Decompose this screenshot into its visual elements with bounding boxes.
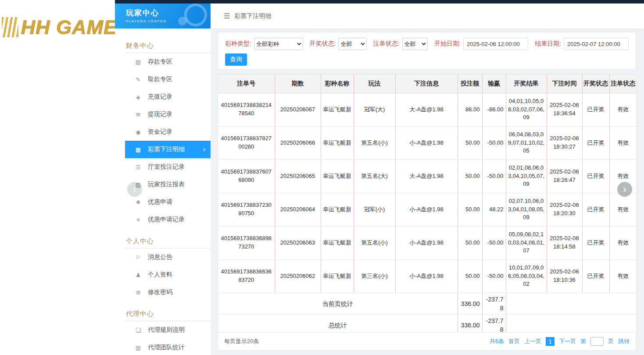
cell-period: 20250206063 [275, 226, 321, 259]
sidebar-item-agent-team-stats[interactable]: ▥代理团队统计 [125, 339, 211, 355]
cell-play-type: 第五名(大) [354, 160, 395, 193]
chevron-left-icon: ‹ [133, 184, 136, 195]
sidebar-item-label: 修改密码 [148, 288, 172, 296]
order-status-label: 注单状态: [373, 40, 400, 48]
sidebar-item-change-password[interactable]: ⚙修改密码 [125, 284, 211, 301]
scroll-left-button[interactable]: ‹ [127, 182, 142, 197]
menu-toggle-icon[interactable]: ☰ [224, 12, 230, 20]
column-header-order-status: 注单状态 [609, 75, 637, 93]
cell-lottery-name: 幸运飞艇新 [321, 193, 354, 226]
sidebar-item-label: 优惠申请记录 [148, 216, 185, 224]
current-page-badge[interactable]: 1 [546, 337, 555, 346]
sidebar-header: 玩家中心 PLAYERS CENTER [115, 4, 211, 28]
pager: 共6条 首页 上一页 1 下一页 第 页 跳转 [490, 337, 630, 346]
main-content: 彩种类型: 全部彩种 开奖状态: 全部 注单状态: 全部 开始日期: 结束日期:… [211, 28, 644, 355]
withdraw-zone-icon: ✎ [135, 76, 142, 83]
cell-win-loss: 48.22 [482, 193, 506, 226]
start-date-input[interactable] [463, 38, 528, 50]
order-status-select[interactable]: 全部 [402, 38, 428, 50]
sidebar-item-lottery-bet-details[interactable]: ▦彩票下注明细› [125, 141, 211, 158]
cell-draw-result: 06,04,08,03,09,07,01,10,02,05 [506, 126, 547, 160]
cell-win-loss: -50.00 [482, 126, 506, 160]
cell-bet-time: 2025-02-06 18:36:54 [547, 93, 582, 126]
sidebar-item-hall-bet-records[interactable]: ☰厅室投注记录 [125, 158, 211, 176]
sidebar-item-withdraw-zone[interactable]: ✎取款专区 [125, 71, 211, 88]
cell-bet-info: 大-A盘@1.98 [395, 93, 458, 126]
column-header-bet-info: 下注信息 [395, 75, 458, 93]
chevron-right-icon: › [623, 184, 626, 195]
start-date-label: 开始日期: [434, 40, 461, 48]
cell-bet-amount: 50.00 [458, 226, 482, 259]
first-page-link[interactable]: 首页 [508, 337, 520, 345]
cell-win-loss: -50.00 [482, 160, 506, 193]
draw-status-select[interactable]: 全部 [338, 38, 366, 50]
page-jump-input[interactable] [590, 337, 604, 346]
withdrawal-records-icon: ✉ [135, 111, 142, 118]
next-page-link[interactable]: 下一页 [559, 337, 576, 345]
sidebar-item-label: 资金记录 [148, 128, 172, 136]
sidebar-item-funds-records[interactable]: ◉资金记录 [125, 123, 211, 141]
cell-bet-time: 2025-02-06 18:10:36 [547, 259, 582, 293]
jump-button[interactable]: 跳转 [618, 337, 630, 345]
column-header-lottery-name: 彩种名称 [321, 75, 354, 93]
sidebar-item-label: 彩票下注明细 [148, 146, 185, 153]
table-header-row: 注单号期数彩种名称玩法下注信息投注额输赢开奖结果下注时间开奖状态注单状态 [218, 75, 637, 93]
sidebar-item-profile[interactable]: ♟个人资料 [125, 266, 211, 284]
table-row: 40156917388376076809020250206065幸运飞艇新第五名… [218, 160, 637, 193]
cell-bet-info: 小-A盘@1.98 [395, 259, 458, 293]
cell-order-status: 有效 [609, 226, 637, 259]
cell-bet-info: 小-A盘@1.98 [395, 126, 458, 160]
sidebar-item-label: 取款专区 [148, 75, 172, 83]
cell-period: 20250206064 [275, 193, 321, 226]
cell-order-no: 401569173883689873270 [218, 226, 275, 259]
sidebar-item-agent-rules[interactable]: ❏代理规则说明 [125, 321, 211, 339]
column-header-draw-status: 开奖状态 [582, 75, 609, 93]
cell-draw-status: 已开奖 [582, 160, 609, 193]
agent-team-stats-icon: ▥ [135, 344, 142, 351]
sidebar-item-announcements[interactable]: ⚐消息公告 [125, 248, 211, 266]
prev-page-link[interactable]: 上一页 [524, 337, 541, 345]
recharge-records-icon: ◈ [135, 94, 142, 100]
cell-play-type: 冠军(大) [354, 93, 395, 126]
search-button[interactable]: 查询 [225, 53, 247, 66]
cell-bet-info: 大-A盘@1.98 [395, 160, 458, 193]
sidebar-item-withdrawal-records[interactable]: ✉提现记录 [125, 106, 211, 123]
promo-apply-records-icon: ≡ [135, 217, 142, 223]
sidebar-item-promo-apply-records[interactable]: ≡优惠申请记录 [125, 211, 211, 228]
table-row: 40156917388378270028020250206066幸运飞艇新第五名… [218, 126, 637, 160]
sidebar-item-label: 代理团队统计 [148, 344, 185, 351]
sidebar-sections: 财务中心▤存款专区✎取款专区◈充值记录✉提现记录◉资金记录▦彩票下注明细›☰厅室… [115, 39, 211, 355]
lottery-type-select[interactable]: 全部彩种 [254, 38, 303, 50]
agent-rules-icon: ❏ [135, 327, 142, 334]
cell-draw-status: 已开奖 [582, 126, 609, 160]
profile-icon: ♟ [135, 272, 142, 278]
sidebar-item-label: 提现记录 [148, 110, 172, 118]
sidebar-item-deposit-zone[interactable]: ▤存款专区 [125, 53, 211, 71]
sidebar-item-label: 存款专区 [148, 58, 172, 66]
end-date-input[interactable] [564, 38, 629, 50]
page-stats-row: 当前页统计 336.00 -237.78 [218, 293, 637, 315]
cell-period: 20250206066 [275, 126, 321, 160]
cell-win-loss: -50.00 [482, 226, 506, 259]
scroll-right-button[interactable]: › [617, 182, 632, 197]
cell-order-no: 401569173883821478540 [218, 93, 275, 126]
sidebar-subtitle: PLAYERS CENTER [126, 19, 211, 23]
cell-lottery-name: 幸运飞艇新 [321, 226, 354, 259]
lottery-type-label: 彩种类型: [225, 40, 251, 48]
table-row: 40156917388382147854020250206067幸运飞艇新冠军(… [218, 93, 637, 126]
promo-apply-icon: ❖ [135, 199, 142, 206]
sidebar-item-recharge-records[interactable]: ◈充值记录 [125, 88, 211, 106]
cell-draw-result: 02,07,10,06,03,04,01,08,05,09 [506, 193, 547, 226]
cell-bet-time: 2025-02-06 18:26:47 [547, 160, 582, 193]
end-date-label: 结束日期: [535, 40, 561, 48]
bet-table-body: 40156917388382147854020250206067幸运飞艇新冠军(… [218, 93, 637, 293]
stats-body: 当前页统计 336.00 -237.78 总统计 336.00 -237.78 [218, 293, 637, 336]
cell-lottery-name: 幸运飞艇新 [321, 93, 354, 126]
cell-order-status: 有效 [609, 126, 637, 160]
cell-bet-amount: 50.00 [458, 259, 482, 293]
draw-status-label: 开奖状态: [310, 40, 336, 48]
cell-bet-info: 小-A盘@1.98 [395, 226, 458, 259]
cell-order-no: 401569173883760768090 [218, 160, 275, 193]
table-row: 40156917388372308075020250206064幸运飞艇新冠军(… [218, 193, 637, 226]
cell-order-no: 401569173883782700280 [218, 126, 275, 160]
